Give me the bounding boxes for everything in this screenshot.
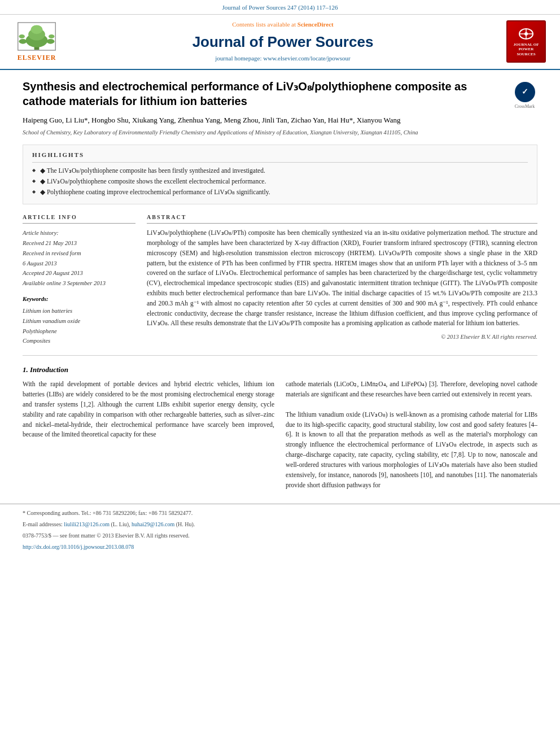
- email-label: E-mail addresses:: [23, 521, 63, 527]
- highlights-title: HIGHLIGHTS: [32, 151, 528, 162]
- sciencedirect-link-text[interactable]: ScienceDirect: [298, 21, 334, 28]
- keyword-2: Lithium vanadium oxide: [23, 316, 135, 326]
- svg-point-3: [31, 25, 43, 34]
- svg-point-5: [19, 39, 27, 44]
- elsevier-logo-area: ELSEVIER: [11, 21, 62, 63]
- history-label: Article history:: [23, 228, 135, 238]
- keywords-list: Lithium ion batteries Lithium vanadium o…: [23, 306, 135, 346]
- article-content: Synthesis and electrochemical performanc…: [0, 70, 560, 504]
- journal-logo-box: JOURNAL OF POWER SOURCES: [506, 20, 546, 63]
- body-two-col: With the rapid development of portable d…: [23, 379, 537, 495]
- intro-col-right: cathode materials (LiCoO₂, LiMn₂O₄, and …: [286, 379, 537, 495]
- abstract-label: ABSTRACT: [147, 213, 537, 224]
- article-history: Article history: Received 21 May 2013 Re…: [23, 228, 135, 289]
- journal-citation-bar: Journal of Power Sources 247 (2014) 117–…: [0, 0, 560, 15]
- elsevier-logo: ELSEVIER: [17, 21, 56, 63]
- journal-header: ELSEVIER Contents lists available at Sci…: [0, 15, 560, 69]
- highlight-item-1: ◆ The LiV₃O₈/polythiophene composite has…: [32, 166, 528, 175]
- corresponding-note: * Corresponding authors. Tel.: +86 731 5…: [23, 509, 537, 518]
- intro-left-text: With the rapid development of portable d…: [23, 379, 274, 440]
- revised-date: 6 August 2013: [23, 259, 135, 269]
- email2-person: (H. Hu).: [176, 521, 195, 527]
- journal-logo-right: JOURNAL OF POWER SOURCES: [504, 20, 549, 63]
- sciencedirect-prefix: Contents lists available at: [232, 21, 297, 28]
- abstract-text: LiV₃O₈/polythiophene (LiV₃O₈/PTh) compos…: [147, 228, 537, 329]
- issn-line: 0378-7753/$ — see front matter © 2013 El…: [23, 531, 537, 540]
- article-title: Synthesis and electrochemical performanc…: [23, 79, 506, 108]
- intro-col-left: With the rapid development of portable d…: [23, 379, 274, 495]
- authors-line: Haipeng Guo, Li Liu*, Hongbo Shu, Xiukan…: [23, 115, 537, 125]
- elsevier-label: ELSEVIER: [18, 53, 56, 63]
- keywords-section: Keywords: Lithium ion batteries Lithium …: [23, 295, 135, 346]
- email1-person: (L. Liu),: [111, 521, 130, 527]
- article-info-label: ARTICLE INFO: [23, 213, 135, 224]
- highlight-item-2: ◆ LiV₃O₈/polythiophene composite shows t…: [32, 177, 528, 186]
- intro-right-text: cathode materials (LiCoO₂, LiMn₂O₄, and …: [286, 379, 537, 490]
- keyword-3: Polythiophene: [23, 326, 135, 337]
- section-number: 1.: [23, 365, 28, 374]
- doi-line: http://dx.doi.org/10.1016/j.jpowsour.201…: [23, 543, 537, 552]
- email2-address[interactable]: huhai29@126.com: [132, 521, 174, 527]
- introduction-section: 1. Introduction With the rapid developme…: [23, 365, 537, 495]
- authors-text: Haipeng Guo, Li Liu*, Hongbo Shu, Xiukan…: [23, 116, 401, 124]
- highlights-list: ◆ The LiV₃O₈/polythiophene composite has…: [32, 166, 528, 196]
- doi-link[interactable]: http://dx.doi.org/10.1016/j.jpowsour.201…: [23, 544, 134, 550]
- keyword-1: Lithium ion batteries: [23, 306, 135, 316]
- introduction-heading: 1. Introduction: [23, 365, 537, 375]
- info-abstract-cols: ARTICLE INFO Article history: Received 2…: [23, 213, 537, 346]
- journal-citation-text: Journal of Power Sources 247 (2014) 117–…: [222, 4, 338, 11]
- footnote-area: * Corresponding authors. Tel.: +86 731 5…: [0, 504, 560, 552]
- affiliation-text: School of Chemistry, Key Laboratory of E…: [23, 129, 537, 137]
- highlight-item-3: ◆ Polythiophene coating improve electroc…: [32, 187, 528, 196]
- svg-point-8: [49, 34, 55, 38]
- svg-point-7: [19, 34, 25, 38]
- power-sources-icon: [518, 27, 535, 41]
- article-info-col: ARTICLE INFO Article history: Received 2…: [23, 213, 135, 346]
- section-title: Introduction: [30, 365, 68, 374]
- homepage-url[interactable]: www.elsevier.com/locate/jpowsour: [263, 55, 350, 62]
- homepage-prefix: journal homepage:: [215, 55, 263, 62]
- email-line: E-mail addresses: liulili213@126.com (L.…: [23, 520, 537, 529]
- copyright-line: © 2013 Elsevier B.V. All rights reserved…: [147, 333, 537, 342]
- keyword-4: Composites: [23, 336, 135, 346]
- crossmark-icon: ✓: [515, 82, 535, 102]
- crossmark-label: CrossMark: [515, 103, 535, 110]
- accepted-date: Accepted 20 August 2013: [23, 268, 135, 278]
- svg-point-6: [47, 39, 55, 44]
- received-date: Received 21 May 2013: [23, 238, 135, 248]
- abstract-col: ABSTRACT LiV₃O₈/polythiophene (LiV₃O₈/PT…: [147, 213, 537, 346]
- available-date: Available online 3 September 2013: [23, 278, 135, 289]
- crossmark-badge[interactable]: ✓ CrossMark: [512, 82, 537, 110]
- received-revised-label: Received in revised form: [23, 248, 135, 259]
- elsevier-tree-icon: [17, 21, 56, 52]
- sciencedirect-line: Contents lists available at ScienceDirec…: [68, 20, 498, 29]
- title-row: Synthesis and electrochemical performanc…: [23, 79, 537, 115]
- journal-header-center: Contents lists available at ScienceDirec…: [68, 20, 498, 63]
- svg-point-12: [524, 32, 528, 36]
- title-area: Synthesis and electrochemical performanc…: [23, 79, 506, 115]
- section-divider: [23, 355, 537, 356]
- highlights-section: HIGHLIGHTS ◆ The LiV₃O₈/polythiophene co…: [23, 145, 537, 204]
- keywords-title: Keywords:: [23, 295, 135, 304]
- journal-homepage-line: journal homepage: www.elsevier.com/locat…: [68, 54, 498, 63]
- journal-logo-text: JOURNAL OF POWER SOURCES: [514, 42, 539, 56]
- email1-address[interactable]: liulili213@126.com: [64, 521, 110, 527]
- page-wrapper: Journal of Power Sources 247 (2014) 117–…: [0, 0, 560, 552]
- journal-title: Journal of Power Sources: [68, 32, 498, 52]
